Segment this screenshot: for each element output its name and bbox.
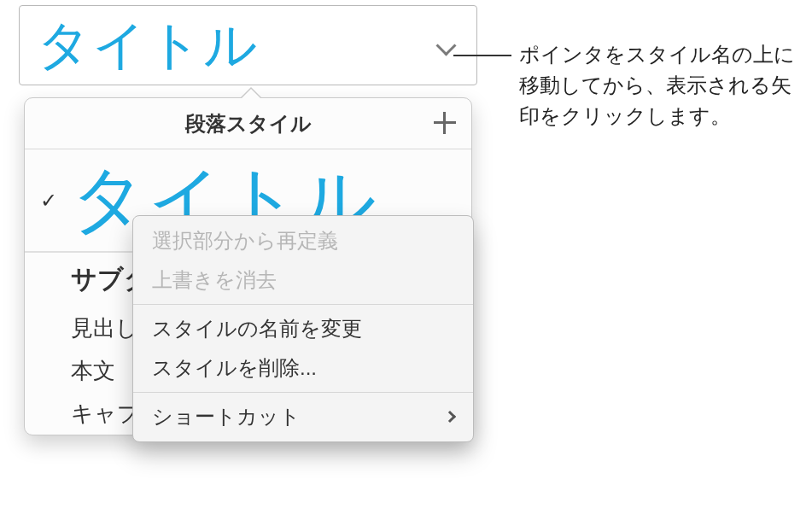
menu-item-clear-override: 上書きを消去	[133, 260, 473, 300]
style-panel: タイトル	[19, 5, 477, 85]
menu-item-shortcut[interactable]: ショートカット	[133, 397, 473, 436]
menu-label: スタイルを削除...	[152, 354, 317, 382]
current-style-button[interactable]: タイトル	[20, 6, 476, 85]
menu-label: スタイルの名前を変更	[152, 315, 362, 342]
style-label: 本文	[71, 356, 115, 386]
menu-item-rename[interactable]: スタイルの名前を変更	[133, 309, 473, 348]
menu-label: 上書きを消去	[152, 266, 277, 294]
menu-label: 選択部分から再定義	[152, 227, 338, 254]
add-style-icon[interactable]	[434, 112, 456, 134]
popover-title: 段落スタイル	[185, 110, 312, 137]
menu-separator	[133, 392, 473, 393]
callout-line	[453, 55, 511, 56]
chevron-right-icon	[444, 411, 456, 423]
menu-label: ショートカット	[152, 403, 301, 430]
current-style-label: タイトル	[37, 9, 259, 81]
chevron-down-icon[interactable]	[435, 35, 456, 56]
callout-text: ポインタをスタイル名の上に移動してから、表示される矢印をクリックします。	[519, 39, 801, 131]
style-context-menu: 選択部分から再定義 上書きを消去 スタイルの名前を変更 スタイルを削除... シ…	[132, 215, 474, 442]
menu-item-delete[interactable]: スタイルを削除...	[133, 348, 473, 388]
check-icon: ✓	[40, 189, 71, 213]
popover-header: 段落スタイル	[25, 98, 471, 149]
style-label: 見出し	[71, 313, 138, 343]
menu-item-redefine: 選択部分から再定義	[133, 221, 473, 260]
menu-separator	[133, 304, 473, 305]
